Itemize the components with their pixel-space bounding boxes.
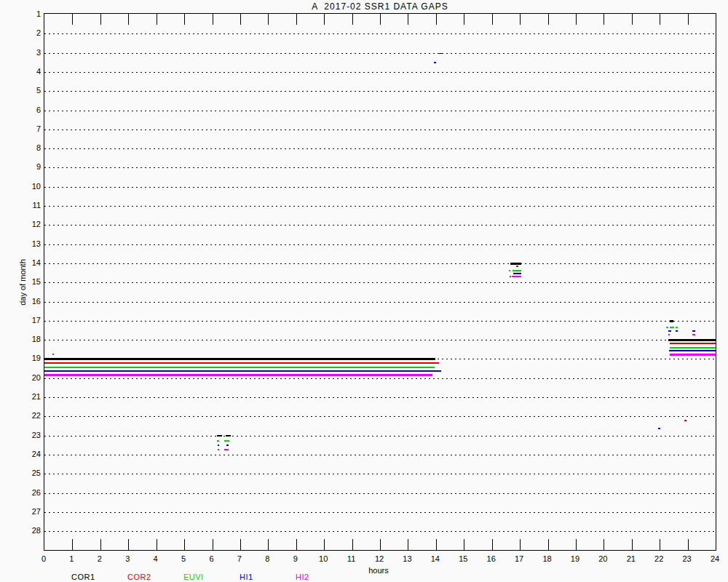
day-grid-line [44, 91, 716, 92]
y-tick-label: 7 [15, 124, 41, 133]
gap-segment-hi2 [668, 334, 670, 335]
day-grid-line [44, 72, 716, 73]
day-grid-line [44, 282, 716, 283]
x-tick-label: 17 [505, 554, 534, 563]
hour-tick-top [157, 14, 157, 25]
gap-segment-cor1 [439, 53, 443, 54]
gap-segment-hi2 [670, 354, 716, 356]
hour-tick-top [576, 14, 577, 25]
day-grid-line [44, 416, 716, 417]
hour-tick-top [352, 14, 353, 25]
x-tick-label: 12 [365, 554, 394, 563]
legend-item-cor1: COR1 [71, 573, 95, 581]
day-grid-line [44, 321, 716, 322]
x-tick-label: 3 [113, 554, 142, 563]
y-axis-title: day of month [18, 259, 27, 306]
hour-tick-top [184, 14, 185, 25]
gap-segment-hi2 [52, 354, 55, 355]
gap-segment-cor1 [44, 358, 435, 360]
day-grid-line [44, 493, 716, 494]
y-tick-label: 13 [15, 239, 41, 248]
gap-segment-hi1 [434, 62, 436, 63]
day-grid-line [44, 129, 716, 130]
hour-tick-bottom [240, 539, 241, 550]
hour-tick-bottom [128, 539, 129, 550]
day-grid-line [44, 206, 716, 207]
chart-canvas: A 2017-02 SSR1 DATA GAPS 123456789101112… [0, 0, 728, 582]
x-tick-label: 24 [700, 554, 728, 563]
legend-item-cor2: COR2 [127, 573, 151, 581]
day-grid-line [44, 397, 716, 398]
gap-segment-hi2 [224, 449, 229, 450]
hour-tick-top [240, 14, 241, 25]
y-tick-label: 2 [15, 28, 41, 37]
hour-tick-bottom [576, 539, 577, 550]
x-tick-label: 9 [281, 554, 310, 563]
gap-segment-hi2 [692, 334, 695, 335]
y-tick-label: 22 [15, 411, 41, 420]
y-tick-label: 23 [15, 431, 41, 439]
hour-tick-bottom [268, 539, 269, 550]
hour-tick-bottom [688, 539, 689, 550]
y-tick-label: 8 [15, 143, 41, 152]
x-axis-title: hours [360, 566, 397, 575]
day-grid-line [44, 53, 716, 54]
plot-area [44, 13, 716, 551]
y-tick-label: 21 [15, 392, 41, 401]
gap-segment-hi1 [692, 330, 695, 332]
y-tick-label: 9 [15, 162, 41, 171]
y-tick-label: 4 [15, 67, 41, 76]
gap-segment-hi1 [226, 445, 229, 446]
y-tick-label: 3 [15, 48, 41, 57]
hour-tick-bottom [352, 539, 353, 550]
gap-segment-hi2 [512, 276, 521, 277]
gap-segment-hi2 [44, 374, 432, 376]
hour-tick-bottom [324, 539, 325, 550]
y-tick-label: 20 [15, 373, 41, 382]
x-tick-label: 18 [533, 554, 562, 563]
y-tick-label: 19 [15, 354, 41, 362]
day-grid-line [44, 148, 716, 149]
x-tick-label: 10 [309, 554, 338, 563]
gap-segment-euvi [224, 440, 229, 442]
day-grid-line [44, 167, 716, 168]
hour-tick-top [604, 14, 604, 25]
x-tick-label: 20 [588, 554, 617, 563]
gap-segment-euvi [509, 270, 510, 271]
hour-tick-top [548, 14, 549, 25]
gap-segment-hi1 [669, 350, 716, 351]
day-grid-line [44, 263, 716, 264]
day-grid-line [44, 33, 716, 34]
hour-tick-bottom [548, 539, 549, 550]
day-grid-line [44, 378, 716, 379]
hour-tick-top [128, 14, 129, 25]
hour-tick-top [268, 14, 269, 25]
day-grid-line [44, 225, 716, 226]
hour-tick-bottom [184, 539, 185, 550]
y-tick-label: 18 [15, 335, 41, 343]
x-tick-label: 19 [561, 554, 590, 563]
hour-tick-top [436, 14, 437, 25]
legend-item-euvi: EUVI [183, 573, 204, 581]
x-tick-label: 23 [673, 554, 702, 563]
gap-segment-hi1 [513, 273, 521, 274]
day-grid-line [44, 436, 716, 436]
gap-segment-euvi [217, 440, 219, 442]
day-grid-line [44, 531, 716, 532]
hour-tick-top [688, 14, 689, 25]
chart-title: A 2017-02 SSR1 DATA GAPS [44, 1, 716, 12]
hour-tick-top [660, 14, 660, 25]
x-tick-label: 4 [141, 554, 170, 563]
legend-item-hi1: HI1 [240, 573, 253, 581]
x-tick-label: 11 [337, 554, 366, 563]
y-tick-label: 26 [15, 488, 41, 497]
gap-segment-hi1 [218, 445, 220, 446]
x-tick-label: 5 [169, 554, 198, 563]
hour-tick-top [632, 14, 633, 25]
hour-tick-bottom [100, 539, 101, 550]
hour-tick-bottom [408, 539, 408, 550]
hour-tick-top [464, 14, 464, 25]
y-tick-label: 5 [15, 86, 41, 95]
gap-segment-euvi [44, 367, 435, 368]
x-tick-label: 0 [29, 554, 58, 563]
